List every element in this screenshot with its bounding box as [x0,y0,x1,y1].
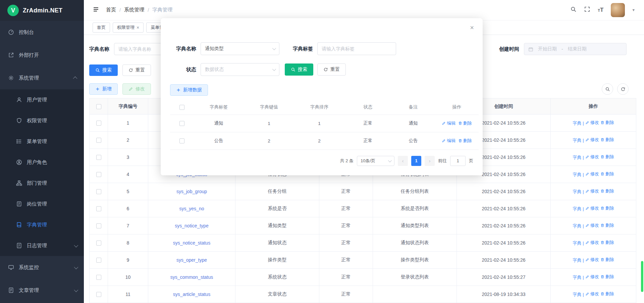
row-checkbox[interactable] [96,275,101,280]
edit-link[interactable]: 修改 [585,120,599,126]
goto-page-input[interactable] [450,156,466,166]
dict-data-link[interactable]: 字典 [573,257,581,263]
toggle-search-button[interactable] [602,83,613,95]
row-checkbox[interactable] [179,138,184,143]
row-checkbox[interactable] [96,121,101,126]
dict-data-link[interactable]: 字典 [573,155,581,161]
sidebar-item-articles[interactable]: 文章管理 [0,279,84,302]
sidebar-item-menus[interactable]: 菜单管理 [0,131,84,152]
sidebar-item-departments[interactable]: 部门管理 [0,173,84,193]
row-checkbox[interactable] [96,189,101,194]
dict-type-link[interactable]: sys_oper_type [176,257,207,263]
edit-link[interactable]: 修改 [585,257,599,263]
search-icon[interactable] [570,6,577,14]
edit-button[interactable]: 修改 [122,83,151,95]
font-size-icon[interactable]: TT [598,7,603,13]
search-button[interactable]: 搜索 [89,64,118,76]
delete-link[interactable]: 删除 [600,240,614,246]
delete-link[interactable]: 删除 [600,120,614,126]
delete-link[interactable]: 删除 [600,188,614,194]
row-checkbox[interactable] [179,121,184,126]
breadcrumb-home[interactable]: 首页 [106,7,116,13]
dict-data-link[interactable]: 字典 [573,137,581,143]
caret-down-icon[interactable]: ▾ [632,7,635,12]
reset-button[interactable]: 重置 [122,64,151,76]
dict-data-link[interactable]: 字典 [573,292,581,298]
delete-link[interactable]: 删除 [458,138,472,144]
edit-link[interactable]: 修改 [585,291,599,297]
select-all-checkbox[interactable] [179,105,184,110]
fullscreen-icon[interactable] [584,6,590,14]
dict-data-link[interactable]: 字典 [573,274,581,280]
sidebar-item-permissions[interactable]: 权限管理 [0,110,84,131]
dict-type-link[interactable]: sys_notice_type [175,223,208,228]
delete-link[interactable]: 删除 [600,137,614,143]
dict-type-link[interactable]: sys_notice_status [173,240,210,246]
edit-link[interactable]: 修改 [585,205,599,211]
row-checkbox[interactable] [96,241,101,246]
add-button[interactable]: 新增 [89,83,118,95]
dict-type-link[interactable]: sys_job_group [176,189,207,194]
dict-data-link[interactable]: 字典 [573,223,581,229]
edit-link[interactable]: 修改 [585,171,599,177]
row-checkbox[interactable] [96,155,101,160]
dict-data-link[interactable]: 字典 [573,120,581,126]
modal-search-button[interactable]: 搜索 [285,63,313,76]
delete-link[interactable]: 删除 [600,291,614,297]
delete-link[interactable]: 删除 [600,274,614,280]
dict-name-select[interactable]: 通知类型 [201,42,279,55]
row-checkbox[interactable] [96,138,101,143]
modal-reset-button[interactable]: 重置 [317,63,346,76]
sidebar-item-posts[interactable]: 岗位管理 [0,193,84,214]
row-checkbox[interactable] [96,206,101,211]
edit-link[interactable]: 修改 [585,240,599,246]
sidebar-item-console[interactable]: 控制台 [0,21,84,44]
tab-permissions[interactable]: 权限管理× [113,23,144,33]
dict-data-link[interactable]: 字典 [573,172,581,178]
edit-link[interactable]: 修改 [585,188,599,194]
date-range-picker[interactable]: 开始日期 - 结束日期 [524,43,627,55]
delete-link[interactable]: 删除 [600,222,614,228]
delete-link[interactable]: 删除 [600,171,614,177]
dict-type-link[interactable]: sys_common_status [170,274,213,280]
delete-link[interactable]: 删除 [600,257,614,263]
delete-link[interactable]: 删除 [600,154,614,160]
edit-link[interactable]: 编辑 [442,120,455,126]
dict-data-link[interactable]: 字典 [573,206,581,212]
next-page-button[interactable]: › [425,156,435,166]
edit-link[interactable]: 修改 [585,137,599,143]
tab-home[interactable]: 首页 [93,23,110,33]
sidebar-item-roles[interactable]: 用户角色 [0,152,84,173]
row-checkbox[interactable] [96,223,101,228]
page-scrollbar-thumb[interactable] [641,261,643,292]
sidebar-item-system[interactable]: 系统管理 [0,67,84,89]
current-page-button[interactable]: 1 [411,156,421,166]
dict-data-link[interactable]: 字典 [573,189,581,195]
breadcrumb-system[interactable]: 系统管理 [124,7,144,13]
sidebar-item-external[interactable]: 外部打开 [0,44,84,67]
sidebar-item-users[interactable]: 用户管理 [0,89,84,110]
add-data-button[interactable]: 新增数据 [170,84,208,96]
edit-link[interactable]: 修改 [585,154,599,160]
row-checkbox[interactable] [96,258,101,263]
dict-type-link[interactable]: sys_article_status [173,292,210,297]
sidebar-item-dictionary[interactable]: 字典管理 [0,214,84,235]
prev-page-button[interactable]: ‹ [398,156,408,166]
avatar[interactable] [611,3,625,17]
row-checkbox[interactable] [96,292,101,297]
sidebar-item-monitor[interactable]: 系统监控 [0,256,84,279]
page-size-select[interactable]: 10条/页 [357,156,394,166]
dict-data-link[interactable]: 字典 [573,240,581,246]
edit-link[interactable]: 编辑 [442,138,455,144]
dict-label-input[interactable] [317,42,396,55]
hamburger-icon[interactable] [93,6,99,14]
sidebar-item-logs[interactable]: 日志管理 [0,235,84,256]
edit-link[interactable]: 修改 [585,274,599,280]
dict-type-link[interactable]: sys_yes_no [179,206,204,211]
close-icon[interactable]: × [470,24,474,31]
status-select[interactable]: 数据状态 [201,63,279,76]
delete-link[interactable]: 删除 [458,120,472,126]
refresh-table-button[interactable] [617,83,629,95]
select-all-checkbox[interactable] [96,104,101,109]
row-checkbox[interactable] [96,172,101,177]
